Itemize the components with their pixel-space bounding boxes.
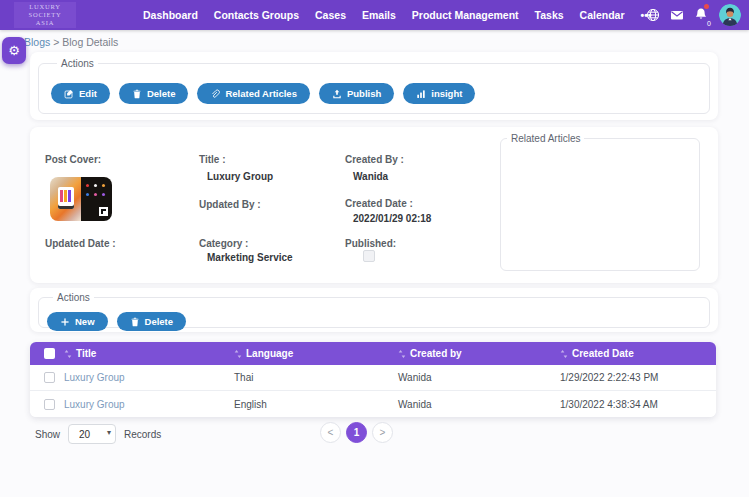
chart-icon [416,89,426,99]
mail-icon[interactable] [670,8,684,22]
table-row: Luxury Group English Wanida 1/30/2022 4:… [30,391,716,417]
created-date-value: 2022/01/29 02:18 [353,213,431,224]
related-articles-panel: Related Articles [500,133,700,271]
edit-button-label: Edit [79,88,97,99]
created-by-label: Created By : [345,154,404,165]
related-articles-button-label: Related Articles [225,88,296,99]
published-checkbox[interactable] [363,250,375,262]
page-size-select[interactable]: 20 [68,424,116,444]
gear-icon: ⚙ [8,43,20,58]
logo-line-2: SOCIETY [28,11,61,19]
row-created-date: 1/30/2022 4:38:34 AM [560,399,716,410]
logo-line-3: ASIA [36,19,54,27]
nav-item-tasks[interactable]: Tasks [535,9,564,21]
sort-icon [64,349,72,359]
table-header-title[interactable]: Title [64,348,234,359]
sort-icon [560,349,568,359]
publish-button[interactable]: Publish [319,83,394,104]
user-avatar[interactable] [719,4,741,26]
nav-item-dashboard[interactable]: Dashboard [143,9,198,21]
breadcrumb-separator: > [53,36,59,48]
logo-line-1: LUXURY [29,3,61,11]
published-label: Published: [345,238,396,249]
actions-bottom-legend: Actions [53,292,94,303]
page-size-select-wrap: 20 [68,424,116,444]
new-button[interactable]: New [47,312,108,331]
actions-panel-top: Actions Edit Delete Related Articles Pub… [30,52,718,120]
table-header-language[interactable]: Language [234,348,398,359]
post-cover-image [50,177,112,221]
breadcrumb: Blogs > Blog Details [24,36,118,48]
actions-top-legend: Actions [57,58,98,69]
pagination: < 1 > [320,422,393,443]
row-title-link[interactable]: Luxury Group [64,399,234,410]
show-label: Show [35,429,60,440]
breadcrumb-blogs-link[interactable]: Blogs [24,36,50,48]
delete-button-label: Delete [147,88,176,99]
delete-button[interactable]: Delete [119,83,189,104]
title-value: Luxury Group [207,171,273,182]
updated-date-label: Updated Date : [45,238,116,249]
row-checkbox[interactable] [44,372,55,383]
nav-item-cases[interactable]: Cases [315,9,346,21]
table-row: Luxury Group Thai Wanida 1/29/2022 2:22:… [30,365,716,391]
row-checkbox[interactable] [44,399,55,410]
trash-icon [132,89,142,99]
table-header-created-by[interactable]: Created by [398,348,560,359]
created-date-label: Created Date : [345,198,413,209]
brand-logo[interactable]: LUXURY SOCIETY ASIA [14,2,76,28]
table-header-row: Title Language Created by Created Date [30,342,716,365]
table-header-created-date[interactable]: Created Date [560,348,716,359]
related-articles-legend: Related Articles [507,133,584,144]
row-language: Thai [234,372,398,383]
page-size-control: Show 20 Records [35,424,161,444]
related-articles-button[interactable]: Related Articles [197,83,309,104]
nav-item-emails[interactable]: Emails [362,9,396,21]
trash-icon [130,317,140,327]
prev-page-button[interactable]: < [320,422,341,443]
edit-icon [64,89,74,99]
next-page-button[interactable]: > [372,422,393,443]
plus-icon [60,317,70,327]
sort-icon [398,349,406,359]
created-by-value: Wanida [353,171,388,182]
sort-icon [234,349,242,359]
upload-icon [332,89,342,99]
updated-by-label: Updated By : [199,199,261,210]
insight-button-label: insight [431,88,462,99]
delete-rows-button-label: Delete [145,316,174,327]
title-label: Title : [199,154,225,165]
row-language: English [234,399,398,410]
nav-item-product-management[interactable]: Product Management [412,9,519,21]
notifications-bell-icon[interactable]: 0 [694,7,709,23]
breadcrumb-current: Blog Details [62,36,118,48]
row-created-date: 1/29/2022 2:22:43 PM [560,372,716,383]
blog-details-card: Post Cover: Updated Date : Title : Luxur… [30,127,718,283]
nav-item-calendar[interactable]: Calendar [580,9,625,21]
nav-item-contacts-groups[interactable]: Contacts Groups [214,9,299,21]
post-cover-label: Post Cover: [45,154,101,165]
nav-right-icons: 0 [646,0,741,30]
settings-fab-button[interactable]: ⚙ [2,37,26,64]
top-navbar: LUXURY SOCIETY ASIA Dashboard Contacts G… [0,0,749,30]
category-label: Category : [199,238,248,249]
row-created-by: Wanida [398,372,560,383]
publish-button-label: Publish [347,88,381,99]
edit-button[interactable]: Edit [51,83,110,104]
page-1-button[interactable]: 1 [346,422,367,443]
paperclip-icon [210,89,220,99]
insight-button[interactable]: insight [403,83,475,104]
actions-panel-bottom: Actions New Delete [30,288,718,332]
category-value: Marketing Service [207,252,293,263]
delete-rows-button[interactable]: Delete [117,312,187,331]
notification-count: 0 [707,20,711,27]
new-button-label: New [75,316,95,327]
row-created-by: Wanida [398,399,560,410]
row-title-link[interactable]: Luxury Group [64,372,234,383]
blog-translations-table: Title Language Created by Created Date L… [30,342,716,417]
notification-dot [704,4,709,9]
select-all-checkbox[interactable] [44,348,55,359]
records-label: Records [124,429,161,440]
globe-icon[interactable] [646,8,660,22]
main-menu: Dashboard Contacts Groups Cases Emails P… [143,0,652,30]
